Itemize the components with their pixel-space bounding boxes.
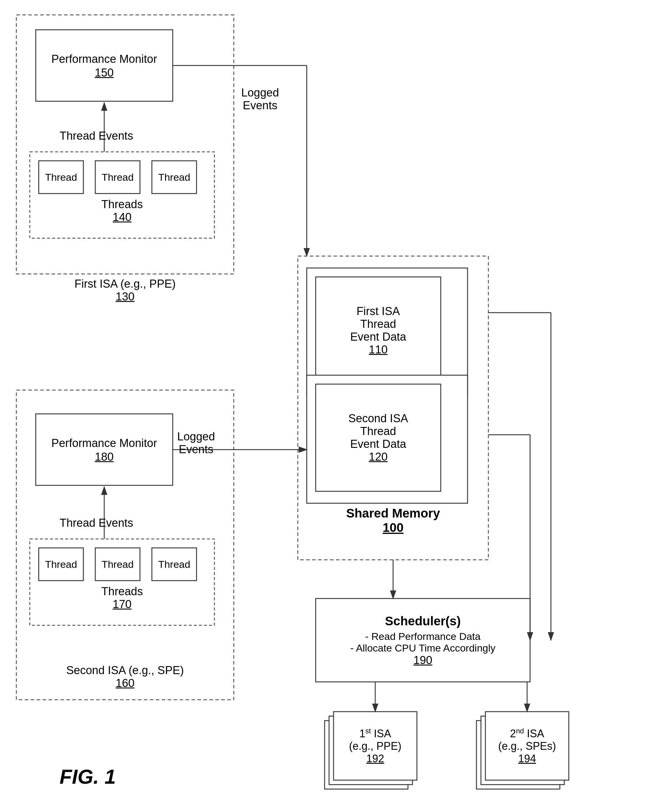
first-isa-event-data-label: First ISAThreadEvent Data 110 [316,277,441,384]
first-isa-output-label: 1st ISA(e.g., PPE) 192 [333,712,417,780]
performance-monitor-150-label: Performance Monitor 150 [36,30,173,101]
logged-events-bottom: LoggedEvents [177,430,215,456]
thread-events-label-first: Thread Events [60,130,133,142]
second-isa-label: Second ISA (e.g., SPE) 160 [16,664,234,690]
logged-events-top: LoggedEvents [241,86,279,112]
thread-3-first: Thread [152,161,197,194]
thread-2-first: Thread [95,161,140,194]
shared-memory-label: Shared Memory 100 [298,506,488,535]
thread-3-second: Thread [152,548,197,581]
thread-1-second: Thread [39,548,83,581]
second-isa-output-label: 2nd ISA(e.g., SPEs) 194 [485,712,569,780]
thread-events-label-second: Thread Events [60,517,133,530]
threads-170-label: Threads 170 [30,585,214,611]
threads-140-label: Threads 140 [30,198,214,224]
scheduler-label: Scheduler(s) - Read Performance Data - A… [316,598,530,682]
second-isa-event-data-label: Second ISAThreadEvent Data 120 [316,384,441,491]
thread-1-first: Thread [39,161,83,194]
thread-2-second: Thread [95,548,140,581]
performance-monitor-180-label: Performance Monitor 180 [36,414,173,485]
figure-label: FIG. 1 [60,765,116,788]
first-isa-label: First ISA (e.g., PPE) 130 [16,278,234,303]
